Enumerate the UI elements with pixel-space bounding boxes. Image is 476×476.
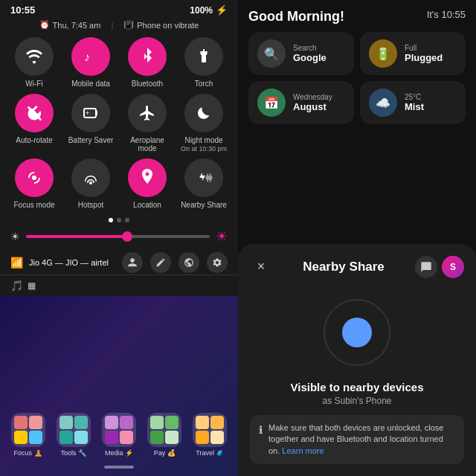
battery-icon: ⚡ [216,4,228,16]
user-icon [127,257,138,268]
tile-wifi[interactable]: Wi-Fi [9,37,60,88]
hotspot-svg [82,169,100,187]
info-card-value: Mist [405,101,424,112]
dot-2[interactable] [117,218,121,222]
nearby-close-button[interactable]: × [250,256,272,278]
hotspot-icon[interactable] [71,158,110,197]
nearby-footer: ℹ Make sure that both devices are unlock… [250,415,464,464]
info-card-text: FullPlugged [405,44,443,63]
alarm-text: Thu, 7:45 am [53,21,101,30]
folder-icon [57,413,91,447]
tile-auto-rotate[interactable]: Auto-rotate [9,94,60,152]
nearby-share-label: Nearby Share [181,201,227,209]
info-card[interactable]: 🔍SearchGoogle [248,32,354,75]
nearby-status: Visible to nearby devices as Subin's Pho… [250,381,464,406]
tile-battery-saver[interactable]: + Battery Saver [65,94,116,152]
location-svg [140,169,155,187]
tile-hotspot[interactable]: Hotspot [65,158,116,209]
tile-nearby-share[interactable]: Nearby Share [178,158,229,209]
info-cards: 🔍SearchGoogle🔋FullPlugged📅WednesdayAugus… [248,32,466,124]
vibrate-text: Phone on vibrate [137,21,199,30]
folder-icon [193,413,227,447]
torch-svg [196,48,211,65]
wifi-edit-btn[interactable] [150,252,171,273]
home-indicator-bar[interactable] [104,466,134,469]
info-card-label: Wednesday [293,93,332,101]
info-card[interactable]: 🔋FullPlugged [360,32,466,75]
app-folders: Focus 🧘Tools 🔧Media ⚡Pay 💰Travel 🧳 [7,413,231,457]
wifi-user-btn[interactable] [122,252,143,273]
wifi-icon[interactable] [15,37,54,76]
night-mode-icon[interactable] [184,94,223,132]
info-card-value: August [293,101,332,112]
battery-saver-label: Battery Saver [68,136,114,144]
dot-3[interactable] [125,218,129,222]
auto-rotate-icon[interactable] [15,94,54,132]
greeting-bar: Good Morning! It's 10:55 [248,9,466,25]
brightness-thumb[interactable] [122,231,132,242]
wifi-network-icon: 📶 [10,257,23,268]
bluetooth-svg [140,48,155,65]
wifi-settings-btn[interactable] [207,252,228,273]
media-icon2: ▦ [28,280,36,291]
location-icon[interactable] [128,158,167,197]
quick-tiles: Wi-Fi ♪ Mobile data Bluetooth [0,34,238,215]
auto-rotate-svg [25,104,43,122]
tile-bluetooth[interactable]: Bluetooth [122,37,173,88]
status-bar: 10:55 100% ⚡ [0,0,238,19]
info-card-value: Plugged [405,52,443,63]
tile-night-mode[interactable]: Night mode On at 10:30 pm [178,94,229,152]
svg-rect-1 [202,55,206,62]
tile-focus-mode[interactable]: Focus mode [9,158,60,209]
alarm-notif: ⏰ Thu, 7:45 am [39,20,101,30]
nearby-share-icon[interactable] [184,158,223,197]
left-panel: 10:55 100% ⚡ ⏰ Thu, 7:45 am | 📳 Phone on… [0,0,238,476]
nearby-avatar[interactable]: S [442,256,464,278]
nearby-header-actions: S [415,256,464,278]
folder-item[interactable]: Media ⚡ [98,413,139,457]
folder-label: Travel 🧳 [196,449,224,457]
brightness-row: ☀ ☀ [0,225,238,249]
wifi-globe-btn[interactable] [178,252,199,273]
learn-more-link[interactable]: Learn more [282,446,324,455]
page-dots [0,215,238,225]
music-icon: 🎵 [10,280,23,292]
brightness-low-icon: ☀ [10,231,20,242]
focus-mode-svg [25,169,43,187]
focus-mode-label: Focus mode [13,201,54,209]
aeroplane-svg [138,104,156,122]
vibrate-notif: 📳 Phone on vibrate [123,20,199,30]
brightness-high-icon: ☀ [216,228,228,245]
wifi-network-name: Jio 4G — JIO — airtel [29,258,109,267]
info-card[interactable]: 📅WednesdayAugust [248,81,354,124]
nearby-share-svg [195,169,213,187]
aeroplane-icon[interactable] [128,94,167,132]
folder-icon [102,413,136,447]
home-indicator[interactable] [7,463,231,470]
info-card-label: Search [293,44,327,52]
folder-item[interactable]: Tools 🔧 [53,413,94,457]
tile-mobile-data[interactable]: ♪ Mobile data [65,37,116,88]
nearby-message-btn[interactable] [415,256,437,278]
bluetooth-icon[interactable] [128,37,167,76]
folder-item[interactable]: Focus 🧘 [7,413,48,457]
focus-mode-icon[interactable] [15,158,54,197]
nearby-status-sub: as Subin's Phone [250,396,464,406]
battery-saver-icon[interactable]: + [71,94,110,132]
info-card-icon: 📅 [257,89,286,117]
info-card-value: Google [293,52,327,63]
tile-torch[interactable]: Torch [178,37,229,88]
tile-location[interactable]: Location [122,158,173,209]
settings-icon [212,257,222,268]
info-card[interactable]: ☁️25°CMist [360,81,466,124]
brightness-slider[interactable] [26,235,210,238]
home-screen-preview: Focus 🧘Tools 🔧Media ⚡Pay 💰Travel 🧳 [0,296,238,476]
mobile-data-icon[interactable]: ♪ [71,37,110,76]
dot-1[interactable] [109,218,113,222]
folder-item[interactable]: Travel 🧳 [190,413,231,457]
right-top-section: Good Morning! It's 10:55 🔍SearchGoogle🔋F… [238,0,476,244]
wifi-svg [25,49,43,64]
torch-icon[interactable] [184,37,223,76]
folder-item[interactable]: Pay 💰 [144,413,185,457]
tile-aeroplane[interactable]: Aeroplane mode [122,94,173,152]
